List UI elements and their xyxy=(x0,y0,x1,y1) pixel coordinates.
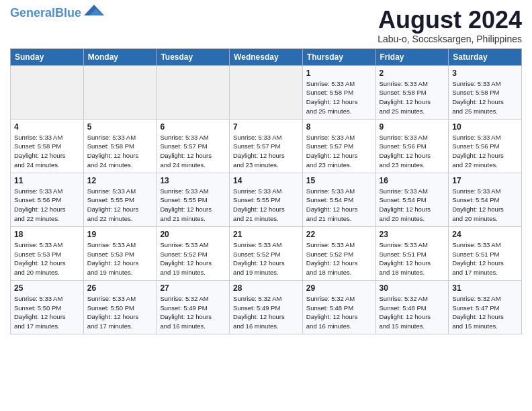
day-number: 20 xyxy=(160,230,226,239)
calendar-cell: 13Sunrise: 5:33 AMSunset: 5:55 PMDayligh… xyxy=(157,173,230,226)
day-info: Sunrise: 5:33 AMSunset: 5:52 PMDaylight:… xyxy=(160,240,226,277)
calendar-cell: 18Sunrise: 5:33 AMSunset: 5:53 PMDayligh… xyxy=(11,226,84,280)
calendar-cell: 23Sunrise: 5:33 AMSunset: 5:51 PMDayligh… xyxy=(375,226,449,280)
day-number: 9 xyxy=(380,122,445,132)
day-number: 16 xyxy=(380,176,445,185)
day-number: 11 xyxy=(14,176,80,185)
location: Labu-o, Soccsksargen, Philippines xyxy=(378,34,522,44)
day-number: 22 xyxy=(306,230,372,239)
day-info: Sunrise: 5:33 AMSunset: 5:56 PMDaylight:… xyxy=(380,133,445,170)
day-info: Sunrise: 5:33 AMSunset: 5:58 PMDaylight:… xyxy=(306,79,372,116)
calendar-cell: 7Sunrise: 5:33 AMSunset: 5:57 PMDaylight… xyxy=(230,119,303,173)
page: GeneralBlue August 2024 Labu-o, Soccsksa… xyxy=(0,0,532,341)
day-number: 24 xyxy=(452,230,518,239)
day-info: Sunrise: 5:33 AMSunset: 5:52 PMDaylight:… xyxy=(233,240,299,277)
col-header-friday: Friday xyxy=(375,48,449,65)
logo-blue: Blue xyxy=(55,6,81,19)
day-number: 31 xyxy=(452,283,518,293)
day-number: 2 xyxy=(380,68,445,78)
calendar-week-3: 11Sunrise: 5:33 AMSunset: 5:56 PMDayligh… xyxy=(11,173,522,226)
logo-text: GeneralBlue xyxy=(10,7,81,19)
day-info: Sunrise: 5:33 AMSunset: 5:58 PMDaylight:… xyxy=(14,133,80,170)
day-info: Sunrise: 5:32 AMSunset: 5:48 PMDaylight:… xyxy=(380,294,445,331)
day-info: Sunrise: 5:33 AMSunset: 5:57 PMDaylight:… xyxy=(306,133,372,170)
day-number: 14 xyxy=(233,176,299,185)
day-info: Sunrise: 5:33 AMSunset: 5:58 PMDaylight:… xyxy=(452,79,518,116)
day-info: Sunrise: 5:32 AMSunset: 5:48 PMDaylight:… xyxy=(306,294,372,331)
day-info: Sunrise: 5:33 AMSunset: 5:50 PMDaylight:… xyxy=(87,294,153,331)
calendar-cell: 27Sunrise: 5:32 AMSunset: 5:49 PMDayligh… xyxy=(157,280,230,334)
col-header-saturday: Saturday xyxy=(449,48,522,65)
col-header-tuesday: Tuesday xyxy=(157,48,230,65)
day-number: 28 xyxy=(233,283,299,293)
calendar-cell: 20Sunrise: 5:33 AMSunset: 5:52 PMDayligh… xyxy=(157,226,230,280)
calendar-cell: 26Sunrise: 5:33 AMSunset: 5:50 PMDayligh… xyxy=(83,280,157,334)
day-number: 19 xyxy=(87,230,153,239)
logo: GeneralBlue xyxy=(10,7,104,19)
title-section: August 2024 Labu-o, Soccsksargen, Philip… xyxy=(378,7,522,44)
day-info: Sunrise: 5:33 AMSunset: 5:58 PMDaylight:… xyxy=(380,79,445,116)
col-header-sunday: Sunday xyxy=(11,48,84,65)
day-info: Sunrise: 5:33 AMSunset: 5:55 PMDaylight:… xyxy=(87,187,153,224)
day-number: 1 xyxy=(306,68,372,78)
calendar-cell: 28Sunrise: 5:32 AMSunset: 5:49 PMDayligh… xyxy=(230,280,303,334)
calendar-cell: 6Sunrise: 5:33 AMSunset: 5:57 PMDaylight… xyxy=(157,119,230,173)
day-info: Sunrise: 5:33 AMSunset: 5:50 PMDaylight:… xyxy=(14,294,80,331)
day-number: 15 xyxy=(306,176,372,185)
day-number: 25 xyxy=(14,283,80,293)
day-info: Sunrise: 5:33 AMSunset: 5:51 PMDaylight:… xyxy=(380,240,445,277)
calendar-week-4: 18Sunrise: 5:33 AMSunset: 5:53 PMDayligh… xyxy=(11,226,522,280)
day-info: Sunrise: 5:33 AMSunset: 5:56 PMDaylight:… xyxy=(14,187,80,224)
day-number: 30 xyxy=(380,283,445,293)
day-number: 18 xyxy=(14,230,80,239)
calendar-cell: 14Sunrise: 5:33 AMSunset: 5:55 PMDayligh… xyxy=(230,173,303,226)
calendar-cell: 3Sunrise: 5:33 AMSunset: 5:58 PMDaylight… xyxy=(449,65,522,119)
calendar-cell: 2Sunrise: 5:33 AMSunset: 5:58 PMDaylight… xyxy=(375,65,449,119)
calendar-cell: 8Sunrise: 5:33 AMSunset: 5:57 PMDaylight… xyxy=(302,119,375,173)
day-info: Sunrise: 5:33 AMSunset: 5:55 PMDaylight:… xyxy=(233,187,299,224)
day-info: Sunrise: 5:33 AMSunset: 5:57 PMDaylight:… xyxy=(233,133,299,170)
day-info: Sunrise: 5:33 AMSunset: 5:58 PMDaylight:… xyxy=(87,133,153,170)
day-info: Sunrise: 5:33 AMSunset: 5:56 PMDaylight:… xyxy=(452,133,518,170)
day-info: Sunrise: 5:33 AMSunset: 5:52 PMDaylight:… xyxy=(306,240,372,277)
calendar-cell: 24Sunrise: 5:33 AMSunset: 5:51 PMDayligh… xyxy=(449,226,522,280)
calendar-cell xyxy=(157,65,230,119)
day-info: Sunrise: 5:32 AMSunset: 5:49 PMDaylight:… xyxy=(160,294,226,331)
day-number: 13 xyxy=(160,176,226,185)
day-info: Sunrise: 5:33 AMSunset: 5:54 PMDaylight:… xyxy=(306,187,372,224)
calendar-cell: 16Sunrise: 5:33 AMSunset: 5:54 PMDayligh… xyxy=(375,173,449,226)
day-info: Sunrise: 5:33 AMSunset: 5:53 PMDaylight:… xyxy=(87,240,153,277)
calendar-cell: 31Sunrise: 5:32 AMSunset: 5:47 PMDayligh… xyxy=(449,280,522,334)
calendar-cell: 21Sunrise: 5:33 AMSunset: 5:52 PMDayligh… xyxy=(230,226,303,280)
calendar-cell xyxy=(230,65,303,119)
calendar-cell: 25Sunrise: 5:33 AMSunset: 5:50 PMDayligh… xyxy=(11,280,84,334)
day-number: 6 xyxy=(160,122,226,132)
calendar-week-1: 1Sunrise: 5:33 AMSunset: 5:58 PMDaylight… xyxy=(11,65,522,119)
calendar-cell: 19Sunrise: 5:33 AMSunset: 5:53 PMDayligh… xyxy=(83,226,157,280)
day-number: 8 xyxy=(306,122,372,132)
day-number: 23 xyxy=(380,230,445,239)
calendar-cell: 4Sunrise: 5:33 AMSunset: 5:58 PMDaylight… xyxy=(11,119,84,173)
calendar-cell xyxy=(11,65,84,119)
day-number: 21 xyxy=(233,230,299,239)
calendar-cell: 15Sunrise: 5:33 AMSunset: 5:54 PMDayligh… xyxy=(302,173,375,226)
calendar-cell: 10Sunrise: 5:33 AMSunset: 5:56 PMDayligh… xyxy=(449,119,522,173)
calendar-week-2: 4Sunrise: 5:33 AMSunset: 5:58 PMDaylight… xyxy=(11,119,522,173)
day-number: 29 xyxy=(306,283,372,293)
day-number: 7 xyxy=(233,122,299,132)
calendar-cell: 9Sunrise: 5:33 AMSunset: 5:56 PMDaylight… xyxy=(375,119,449,173)
day-number: 26 xyxy=(87,283,153,293)
day-number: 3 xyxy=(452,68,518,78)
logo-icon xyxy=(84,3,104,17)
calendar-cell: 22Sunrise: 5:33 AMSunset: 5:52 PMDayligh… xyxy=(302,226,375,280)
day-number: 4 xyxy=(14,122,80,132)
day-info: Sunrise: 5:33 AMSunset: 5:55 PMDaylight:… xyxy=(160,187,226,224)
calendar-header-row: SundayMondayTuesdayWednesdayThursdayFrid… xyxy=(11,48,522,65)
logo-general: General xyxy=(10,6,55,19)
calendar-cell: 5Sunrise: 5:33 AMSunset: 5:58 PMDaylight… xyxy=(83,119,157,173)
calendar-table: SundayMondayTuesdayWednesdayThursdayFrid… xyxy=(10,48,522,334)
day-info: Sunrise: 5:33 AMSunset: 5:51 PMDaylight:… xyxy=(452,240,518,277)
col-header-wednesday: Wednesday xyxy=(230,48,303,65)
calendar-cell: 29Sunrise: 5:32 AMSunset: 5:48 PMDayligh… xyxy=(302,280,375,334)
month-title: August 2024 xyxy=(378,7,522,34)
